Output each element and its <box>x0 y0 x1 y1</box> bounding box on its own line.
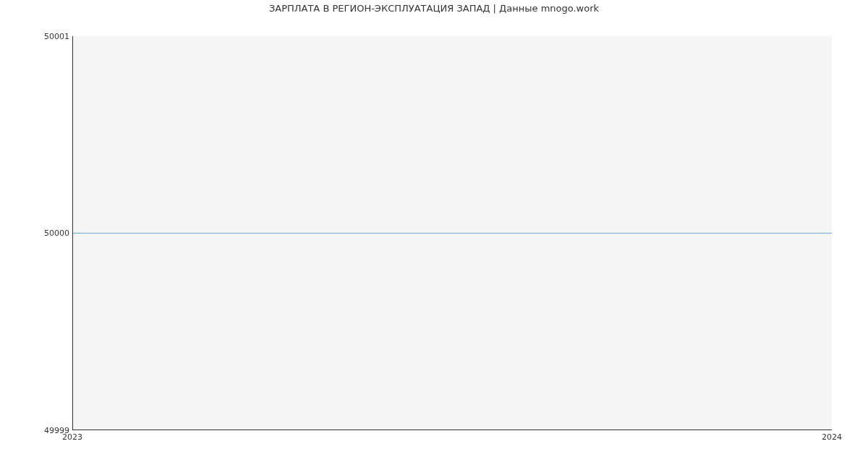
series-line <box>73 233 832 234</box>
chart-title: ЗАРПЛАТА В РЕГИОН-ЭКСПЛУАТАЦИЯ ЗАПАД | Д… <box>0 3 868 14</box>
y-tick-label: 50001 <box>26 32 69 41</box>
y-tick-label: 50000 <box>26 228 69 238</box>
x-tick-label: 2023 <box>62 432 82 442</box>
x-tick-label: 2024 <box>822 432 842 442</box>
chart-container: ЗАРПЛАТА В РЕГИОН-ЭКСПЛУАТАЦИЯ ЗАПАД | Д… <box>0 0 868 470</box>
plot-area <box>72 36 832 430</box>
